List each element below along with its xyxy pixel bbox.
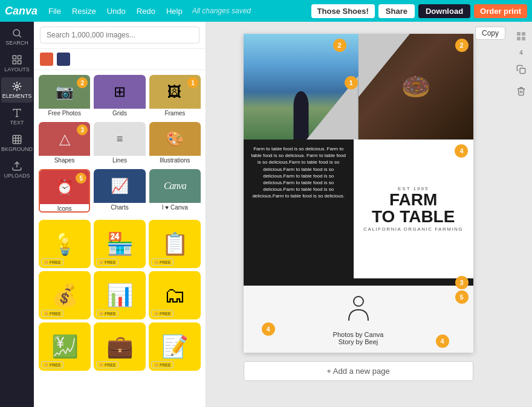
file-menu[interactable]: File xyxy=(45,5,65,17)
sidebar-item-layouts[interactable]: LAYOUTS xyxy=(1,51,33,76)
category-i-love-canva[interactable]: Canva I ♥ Canva xyxy=(149,169,201,213)
category-grids[interactable]: ⊞ Grids xyxy=(94,75,145,118)
person-icon xyxy=(346,293,371,328)
svg-rect-3 xyxy=(18,56,21,59)
top-photos: 🍩 2 2 1 xyxy=(244,34,473,139)
redo-button[interactable]: Redo xyxy=(133,5,159,17)
category-charts[interactable]: 📈 Charts xyxy=(94,169,145,213)
svg-rect-4 xyxy=(13,61,16,64)
text-icon xyxy=(11,107,22,118)
free-badge-9: 👑FREE xyxy=(151,361,174,368)
add-page-button[interactable]: + Add a new page xyxy=(244,361,473,381)
resize-menu[interactable]: Resize xyxy=(68,5,100,17)
order-print-button[interactable]: Order print xyxy=(474,4,527,18)
svg-rect-16 xyxy=(517,32,521,36)
icon-growth[interactable]: 💹 👑FREE xyxy=(39,322,91,371)
icons-section: 💡 👑FREE 🏪 👑FREE 📋 👑FREE 💰 👑FREE xyxy=(34,217,206,407)
sidebar-label-bkground: BKGROUND xyxy=(1,146,33,152)
search-bar xyxy=(34,22,206,49)
sidebar-item-elements[interactable]: ELEMENTS xyxy=(1,77,33,103)
sidebar-label-uploads: UPLOADS xyxy=(4,173,30,179)
story-credit: Story by Beej xyxy=(339,338,378,345)
free-badge-4: 👑FREE xyxy=(41,310,63,317)
icons-label: Icons xyxy=(40,204,89,213)
category-shapes[interactable]: △ Shapes 3 xyxy=(39,122,90,165)
search-icon xyxy=(11,28,22,39)
icon-lightbulb[interactable]: 💡 👑FREE xyxy=(39,220,91,268)
shop-icon: 🏪 xyxy=(106,231,134,257)
download-button[interactable]: Download xyxy=(418,4,470,18)
copy-button[interactable]: Copy xyxy=(475,27,505,40)
category-free-photos[interactable]: 📷 Free Photos 2 xyxy=(39,75,90,118)
swatch-red[interactable] xyxy=(40,53,53,66)
grids-icon: ⊞ xyxy=(114,83,126,100)
free-badge: 👑FREE xyxy=(41,258,63,266)
left-text-box: Farm to table food is so delicious. Farm… xyxy=(244,139,354,278)
bar-chart-icon: 📊 xyxy=(106,283,134,308)
clipboard-icon: 📋 xyxy=(161,231,189,257)
sidebar-item-background[interactable]: BKGROUND xyxy=(1,130,33,156)
icons-grid: 💡 👑FREE 🏪 👑FREE 📋 👑FREE 💰 👑FREE xyxy=(39,220,201,371)
svg-line-1 xyxy=(19,35,21,37)
i-love-canva-label: I ♥ Canva xyxy=(149,203,201,212)
grids-label: Grids xyxy=(94,109,145,118)
subtitle-text: CALIFORNIA ORGANIC FARMING xyxy=(363,226,463,232)
svg-rect-19 xyxy=(522,37,525,40)
svg-point-0 xyxy=(13,30,20,36)
icon-clipboard[interactable]: 📋 👑FREE xyxy=(149,220,201,268)
help-menu[interactable]: Help xyxy=(163,5,186,17)
illustrations-label: Illustrations xyxy=(149,156,201,165)
nav-right: Those Shoes! Share Download Order print xyxy=(311,4,527,18)
growth-icon: 💹 xyxy=(51,334,79,359)
canvas-area: Copy 🍩 2 xyxy=(206,22,510,407)
undo-button[interactable]: Undo xyxy=(103,5,129,17)
delete-icon[interactable] xyxy=(513,83,530,100)
category-icons[interactable]: ⏰ Icons 5 xyxy=(39,169,90,213)
svg-point-6 xyxy=(16,85,19,88)
share-button[interactable]: Share xyxy=(378,4,415,18)
uploads-icon xyxy=(11,161,22,171)
category-lines[interactable]: ≡ Lines xyxy=(94,122,145,165)
icons-icon: ⏰ xyxy=(56,179,74,196)
free-photos-label: Free Photos xyxy=(39,109,90,118)
icon-money[interactable]: 💰 👑FREE xyxy=(39,271,91,319)
sidebar-item-search[interactable]: SEARCH xyxy=(1,24,33,50)
badge-4-photos: 4 xyxy=(262,322,275,336)
icon-briefcase[interactable]: 💼 👑FREE xyxy=(94,322,146,371)
background-icon xyxy=(11,134,22,145)
page-number: 4 xyxy=(519,50,523,56)
category-illustrations[interactable]: 🎨 Illustrations xyxy=(149,122,201,165)
elements-icon xyxy=(11,81,22,92)
badge-5-person: 5 xyxy=(455,290,469,304)
top-nav: Canva File Resize Undo Redo Help All cha… xyxy=(0,0,532,22)
icon-notepad[interactable]: 📝 👑FREE xyxy=(149,322,201,371)
search-input[interactable] xyxy=(40,27,199,43)
svg-point-15 xyxy=(354,296,363,306)
those-shoes-button[interactable]: Those Shoes! xyxy=(311,4,375,18)
lines-icon: ≡ xyxy=(117,133,123,146)
photo-right: 🍩 xyxy=(358,34,473,139)
notepad-icon: 📝 xyxy=(161,334,189,359)
duplicate-icon[interactable] xyxy=(513,61,530,78)
swatch-navy[interactable] xyxy=(57,53,70,66)
body-text: Farm to table food is so delicious. Farm… xyxy=(251,146,346,200)
shapes-icon: △ xyxy=(59,130,70,147)
svg-rect-5 xyxy=(18,61,21,64)
free-badge-5: 👑FREE xyxy=(96,310,118,317)
frames-badge: 1 xyxy=(187,77,198,88)
canva-logo: Canva xyxy=(5,5,37,18)
sidebar-label-text: TEXT xyxy=(10,120,24,126)
sidebar-item-text[interactable]: TEXT xyxy=(1,104,33,129)
icon-bar-chart[interactable]: 📊 👑FREE xyxy=(94,271,146,319)
files-icon: 🗂 xyxy=(164,283,186,308)
icon-shop[interactable]: 🏪 👑FREE xyxy=(94,220,146,268)
color-swatches xyxy=(34,49,206,70)
left-sidebar: SEARCH LAYOUTS ELEMENTS TEXT BKGROUND UP… xyxy=(0,22,34,407)
grid-view-icon[interactable] xyxy=(513,28,530,45)
category-frames[interactable]: 🖼 Frames 1 xyxy=(149,75,201,118)
svg-rect-20 xyxy=(520,68,525,74)
badge-1-center: 1 xyxy=(345,76,358,89)
icon-files[interactable]: 🗂 👑FREE xyxy=(149,271,201,319)
design-page[interactable]: 🍩 2 2 1 Farm to table food is so delicio… xyxy=(244,34,473,353)
sidebar-item-uploads[interactable]: UPLOADS xyxy=(1,157,33,182)
